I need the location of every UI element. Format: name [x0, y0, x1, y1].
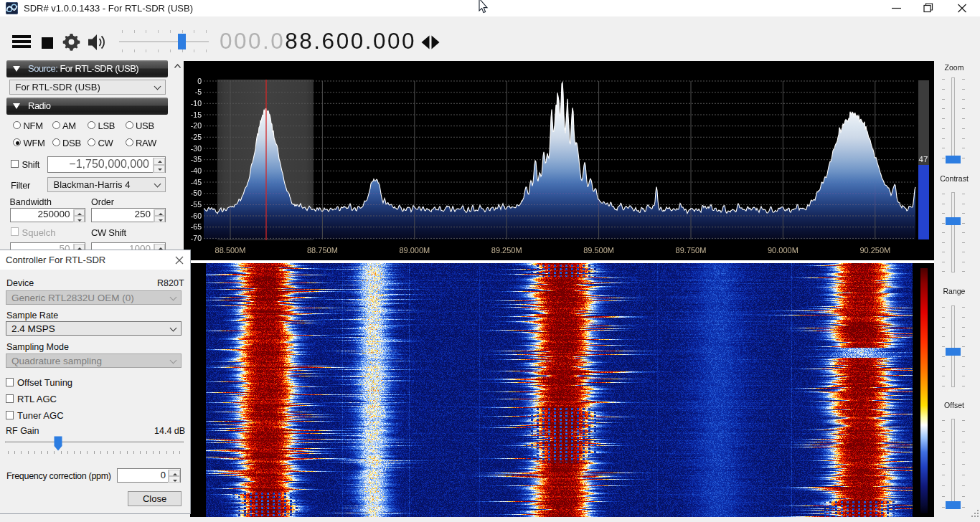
svg-text:89.250M: 89.250M: [491, 246, 522, 255]
svg-text:47: 47: [919, 155, 928, 163]
svg-text:-25: -25: [191, 133, 202, 141]
svg-text:90.250M: 90.250M: [859, 246, 890, 255]
svg-text:-45: -45: [191, 178, 202, 186]
svg-text:-15: -15: [191, 110, 202, 119]
svg-text:89.500M: 89.500M: [583, 246, 614, 255]
svg-text:-65: -65: [191, 222, 202, 231]
svg-text:88.750M: 88.750M: [307, 246, 338, 255]
svg-text:-10: -10: [191, 99, 202, 108]
svg-text:89.750M: 89.750M: [676, 246, 707, 255]
svg-text:-20: -20: [191, 121, 202, 130]
svg-text:-35: -35: [191, 155, 202, 163]
svg-text:0: 0: [197, 77, 202, 85]
svg-text:-5: -5: [195, 87, 202, 96]
svg-text:-70: -70: [191, 234, 202, 242]
svg-text:-55: -55: [191, 200, 202, 209]
svg-text:-50: -50: [191, 189, 202, 197]
svg-text:90.000M: 90.000M: [768, 246, 798, 255]
svg-text:-30: -30: [191, 144, 202, 153]
svg-text:88.500M: 88.500M: [215, 246, 246, 255]
svg-text:89.000M: 89.000M: [399, 246, 430, 255]
svg-text:-60: -60: [191, 212, 202, 220]
svg-text:-40: -40: [191, 166, 202, 175]
